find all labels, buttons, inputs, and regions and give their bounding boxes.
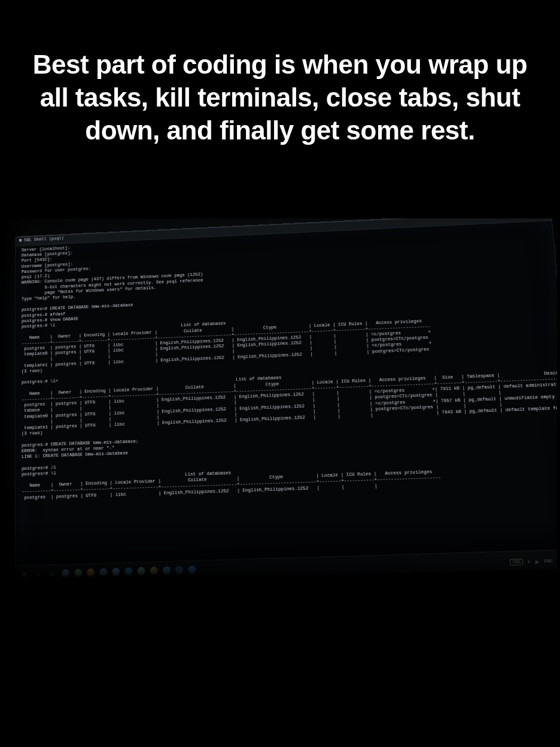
terminal-output: Server [localhost]: Database [postgres]:… xyxy=(16,220,557,566)
maximize-button[interactable]: ▢ xyxy=(530,218,535,219)
minimize-button[interactable]: — xyxy=(516,218,522,220)
meme-caption: Best part of coding is when you wrap up … xyxy=(24,48,536,147)
laptop-photo: ▣ SQL Shell (psql) — ▢ ✕ Server [localho… xyxy=(3,218,557,578)
window-title: ▣ SQL Shell (psql) xyxy=(19,236,64,242)
